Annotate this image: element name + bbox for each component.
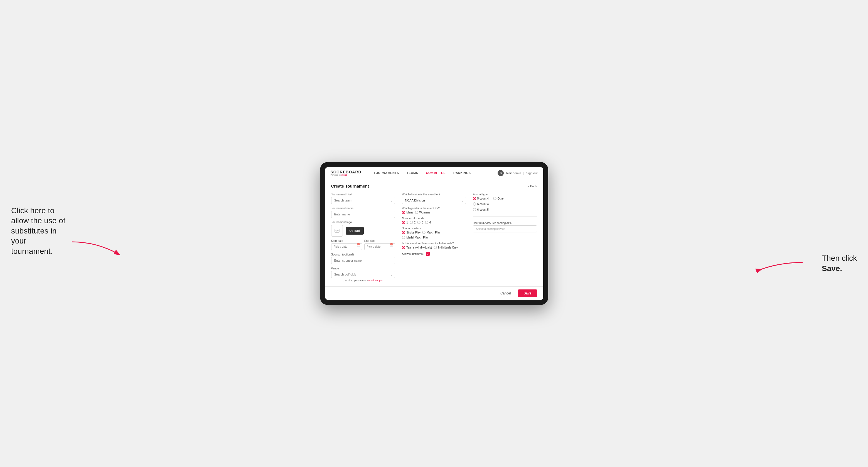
format-5count4-option[interactable]: 5 count 4: [473, 197, 489, 200]
nav-teams[interactable]: TEAMS: [403, 167, 422, 179]
event-individuals-radio[interactable]: [434, 246, 437, 249]
gender-field: Which gender is the event for? Mens Wome…: [402, 207, 466, 214]
logo-main-text: SCOREBOARD: [331, 170, 362, 174]
division-select-wrapper: NCAA Division I: [402, 197, 466, 204]
nav-committee[interactable]: COMMITTEE: [422, 167, 450, 179]
event-individuals-option[interactable]: Individuals Only: [434, 246, 458, 249]
event-individuals-label: Individuals Only: [438, 246, 458, 249]
gender-mens-option[interactable]: Mens: [402, 211, 413, 214]
left-arrow-icon: [72, 236, 122, 258]
format-other-label: Other: [498, 197, 504, 200]
tournament-logo-label: Tournament logo: [331, 221, 396, 224]
form-middle-section: Which division is the event for? NCAA Di…: [402, 193, 466, 282]
scoring-stroke-play-option[interactable]: Stroke Play: [402, 231, 421, 234]
allow-substitutes-checkbox[interactable]: ✓: [426, 252, 430, 256]
left-annotation-line1: Click here to: [11, 206, 55, 215]
outer-wrapper: Click here to allow the use of substitut…: [11, 162, 857, 305]
left-annotation-line4: tournament.: [11, 247, 53, 255]
sign-out-link[interactable]: Sign out: [526, 172, 537, 175]
nav-rankings-label: RANKINGS: [453, 171, 471, 175]
tournament-host-select-wrapper: [331, 197, 396, 204]
scoring-medal-match-play-option[interactable]: Medal Match Play: [402, 236, 428, 239]
page-content: Create Tournament ‹ Back Tournament Host: [325, 179, 543, 286]
allow-substitutes-field: Allow substitutes? ✓: [402, 252, 466, 256]
start-date-field: Start date 📅: [331, 239, 362, 250]
page-title: Create Tournament: [331, 184, 369, 188]
venue-input[interactable]: [331, 271, 396, 278]
scoring-api-select[interactable]: Select a scoring service: [473, 225, 537, 232]
allow-substitutes-label: Allow substitutes?: [402, 252, 424, 255]
sponsor-field: Sponsor (optional): [331, 253, 396, 264]
gender-womens-option[interactable]: Womens: [415, 211, 430, 214]
tournament-name-field: Tournament name: [331, 207, 396, 218]
tournament-host-input[interactable]: [331, 197, 396, 204]
user-initial: B: [500, 172, 502, 175]
logo-area: SCOREBOARD Powered by clippd: [331, 170, 362, 176]
rounds-2-radio[interactable]: [410, 221, 413, 224]
gender-mens-radio[interactable]: [402, 211, 405, 214]
format-type-options: 5 count 4 Other 6 count 4: [473, 197, 537, 211]
event-teams-option[interactable]: Teams (+Individuals): [402, 246, 432, 249]
format-6count4-option[interactable]: 6 count 4: [473, 202, 537, 206]
scoring-stroke-play-radio[interactable]: [402, 231, 405, 234]
event-teams-label: Teams (+Individuals): [406, 246, 432, 249]
form-right-section: Format type 5 count 4 Other: [473, 193, 537, 282]
upload-button[interactable]: Upload: [346, 227, 364, 235]
tournament-name-input[interactable]: [331, 211, 396, 218]
rounds-3-radio[interactable]: [417, 221, 421, 224]
scoring-medal-match-play-radio[interactable]: [402, 236, 405, 239]
rounds-3-option[interactable]: 3: [417, 221, 423, 224]
form-layout: Tournament Host Tournament name: [331, 193, 537, 282]
venue-field: Venue Can't find your venue? email suppo…: [331, 267, 396, 282]
logo-placeholder-icon: [331, 225, 343, 237]
save-button[interactable]: Save: [518, 289, 537, 297]
nav-tournaments[interactable]: TOURNAMENTS: [370, 167, 403, 179]
cancel-button[interactable]: Cancel: [496, 289, 515, 297]
scoring-match-play-option[interactable]: Match Play: [422, 231, 440, 234]
venue-help-text: Can't find your venue? email support: [331, 279, 396, 282]
division-label: Which division is the event for?: [402, 193, 466, 196]
sponsor-label: Sponsor (optional): [331, 253, 396, 256]
division-select[interactable]: NCAA Division I: [402, 197, 466, 204]
nav-rankings[interactable]: RANKINGS: [450, 167, 475, 179]
gender-mens-label: Mens: [406, 211, 413, 214]
event-for-field: Is this event for Teams and/or Individua…: [402, 242, 466, 249]
format-type-field: Format type 5 count 4 Other: [473, 193, 537, 211]
venue-select-wrapper: [331, 271, 396, 278]
rounds-4-option[interactable]: 4: [425, 221, 431, 224]
rounds-4-radio[interactable]: [425, 221, 428, 224]
format-type-label: Format type: [473, 193, 537, 196]
right-annotation-line1: Then click: [822, 254, 857, 262]
format-6count5-option[interactable]: 6 count 5: [473, 208, 537, 211]
scoring-match-play-radio[interactable]: [422, 231, 426, 234]
back-link[interactable]: ‹ Back: [528, 185, 537, 188]
format-5count4-radio[interactable]: [473, 197, 476, 200]
venue-email-support-link[interactable]: email support: [368, 279, 383, 282]
rounds-1-radio[interactable]: [402, 221, 405, 224]
tournament-name-label: Tournament name: [331, 207, 396, 210]
nav-user-area: B blair admin | Sign out: [498, 170, 537, 176]
scoring-api-label: Use third-party live scoring API?: [473, 221, 537, 225]
rounds-3-label: 3: [422, 221, 423, 224]
right-annotation: Then click Save.: [822, 253, 857, 274]
scoring-match-play-label: Match Play: [427, 231, 440, 234]
gender-womens-radio[interactable]: [415, 211, 418, 214]
event-teams-radio[interactable]: [402, 246, 405, 249]
rounds-4-label: 4: [429, 221, 431, 224]
form-left-section: Tournament Host Tournament name: [331, 193, 396, 282]
tablet-screen: SCOREBOARD Powered by clippd TOURNAMENTS…: [325, 167, 543, 300]
format-6count5-radio[interactable]: [473, 208, 476, 211]
scoring-stroke-play-label: Stroke Play: [406, 231, 421, 234]
powered-by-text: Powered by: [331, 174, 341, 176]
scoring-medal-match-play-label: Medal Match Play: [406, 236, 428, 239]
format-other-radio[interactable]: [493, 197, 496, 200]
rounds-1-option[interactable]: 1: [402, 221, 408, 224]
venue-label: Venue: [331, 267, 396, 270]
upload-button-label: Upload: [349, 229, 360, 232]
end-date-field: End date 📅: [364, 239, 395, 250]
format-other-option[interactable]: Other: [493, 197, 504, 200]
rounds-2-option[interactable]: 2: [410, 221, 416, 224]
sponsor-input[interactable]: [331, 257, 396, 264]
format-6count4-radio[interactable]: [473, 202, 476, 206]
gender-womens-label: Womens: [420, 211, 430, 214]
